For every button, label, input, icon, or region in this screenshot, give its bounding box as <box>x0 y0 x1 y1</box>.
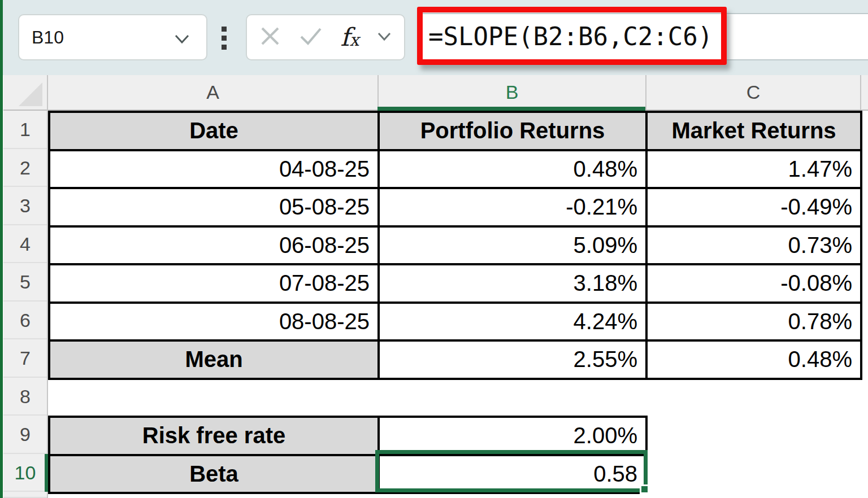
row-header-5[interactable]: 5 <box>3 263 47 302</box>
window-left-edge <box>0 0 3 498</box>
cell-b5[interactable]: 3.18% <box>379 264 646 303</box>
table-row: Date Portfolio Returns Market Returns <box>49 112 861 150</box>
returns-table: Date Portfolio Returns Market Returns 04… <box>48 111 862 380</box>
row-header-6[interactable]: 6 <box>3 302 47 340</box>
row-header-10[interactable]: 10 <box>3 454 47 492</box>
row-header-column: 1 2 3 4 5 6 7 8 9 10 <box>3 111 48 498</box>
cell-b3[interactable]: -0.21% <box>379 188 646 226</box>
name-box-dropdown-icon[interactable] <box>173 30 190 47</box>
fill-handle[interactable] <box>640 484 649 494</box>
formula-bar-separator-dots-icon <box>222 27 227 54</box>
column-header-a[interactable]: A <box>48 75 377 110</box>
table-row: Risk free rate 2.00% <box>49 417 646 455</box>
red-highlight-annotation <box>417 7 727 65</box>
table-row: 05-08-25 -0.21% -0.49% <box>49 188 861 226</box>
spreadsheet-grid: A B C 1 2 3 4 5 6 7 8 9 10 Date Portfoli… <box>0 75 868 498</box>
table-row: 08-08-25 4.24% 0.78% <box>49 303 861 341</box>
cell-a5[interactable]: 07-08-25 <box>49 264 379 303</box>
row-header-11[interactable] <box>3 492 47 498</box>
cell-c3[interactable]: -0.49% <box>646 188 861 226</box>
formula-bar-dropdown-icon[interactable] <box>377 29 392 46</box>
cell-a10[interactable]: Beta <box>49 455 379 493</box>
cell-c4[interactable]: 0.73% <box>646 226 861 265</box>
table-row: 04-08-25 0.48% 1.47% <box>49 150 861 189</box>
row-header-3[interactable]: 3 <box>3 187 47 225</box>
row-header-7[interactable]: 7 <box>3 339 47 378</box>
cell-c6[interactable]: 0.78% <box>646 303 861 341</box>
table-row: Mean 2.55% 0.48% <box>49 340 861 379</box>
row-header-2[interactable]: 2 <box>3 149 47 187</box>
formula-bar-area: B10 fx =SLOPE(B2:B6,C2:C6) <box>0 0 868 75</box>
cell-c2[interactable]: 1.47% <box>646 150 861 189</box>
select-all-triangle-icon <box>19 82 42 106</box>
enter-icon[interactable] <box>299 25 323 49</box>
cell-b7[interactable]: 2.55% <box>379 340 646 379</box>
cell-a2[interactable]: 04-08-25 <box>49 150 379 189</box>
cell-b9[interactable]: 2.00% <box>379 417 646 455</box>
select-all-button[interactable] <box>3 75 48 111</box>
cell-a9[interactable]: Risk free rate <box>49 417 379 455</box>
cell-b6[interactable]: 4.24% <box>379 303 646 341</box>
cell-c7[interactable]: 0.48% <box>646 340 861 379</box>
cell-b2[interactable]: 0.48% <box>379 150 646 189</box>
column-header-c[interactable]: C <box>645 75 860 110</box>
table-row: 06-08-25 5.09% 0.73% <box>49 226 861 265</box>
name-box[interactable]: B10 <box>18 14 207 60</box>
cancel-icon[interactable] <box>259 25 281 49</box>
row-header-8[interactable]: 8 <box>3 378 47 416</box>
table-row: 07-08-25 3.18% -0.08% <box>49 264 861 303</box>
row-header-1[interactable]: 1 <box>3 111 47 149</box>
cell-a1[interactable]: Date <box>49 112 379 150</box>
selected-column-accent <box>377 107 645 111</box>
cell-c5[interactable]: -0.08% <box>646 264 861 303</box>
formula-buttons-group: fx <box>246 14 405 60</box>
cell-a7[interactable]: Mean <box>49 340 379 379</box>
row-header-4[interactable]: 4 <box>3 225 47 264</box>
selected-cell-border <box>375 450 648 492</box>
cell-c1[interactable]: Market Returns <box>646 112 861 150</box>
cell-b4[interactable]: 5.09% <box>379 226 646 265</box>
column-header-b[interactable]: B <box>377 75 645 110</box>
column-header-d[interactable] <box>860 75 868 110</box>
insert-function-icon[interactable]: fx <box>340 25 359 50</box>
cell-a4[interactable]: 06-08-25 <box>49 226 379 265</box>
cell-b1[interactable]: Portfolio Returns <box>379 112 646 150</box>
row-header-9[interactable]: 9 <box>3 416 47 454</box>
excel-window: B10 fx =SLOPE(B2:B6,C2:C6) <box>0 0 868 498</box>
name-box-value[interactable]: B10 <box>32 15 64 59</box>
cell-a6[interactable]: 08-08-25 <box>49 303 379 341</box>
cell-a3[interactable]: 05-08-25 <box>49 188 379 226</box>
